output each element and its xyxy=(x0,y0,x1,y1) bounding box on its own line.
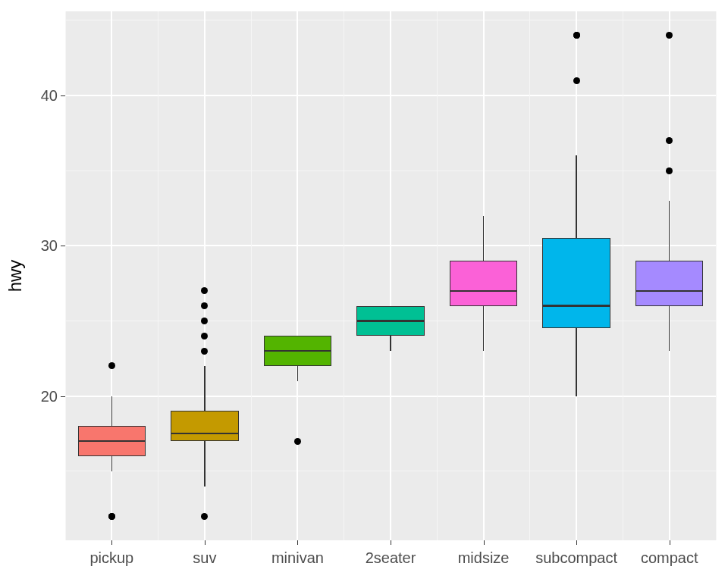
outlier-point xyxy=(201,287,208,294)
outlier-point xyxy=(666,32,673,39)
outlier-point xyxy=(666,137,673,144)
outlier-point xyxy=(201,513,208,520)
whisker-upper xyxy=(204,366,206,411)
outlier-point xyxy=(108,362,115,369)
whisker-upper xyxy=(111,396,113,427)
box-compact xyxy=(635,261,703,305)
x-tick-mark xyxy=(111,540,112,545)
y-tick-label: 40 xyxy=(39,87,58,105)
x-tick-mark xyxy=(484,540,485,545)
plot-layer: 203040pickupsuvminivan2seatermidsizesubc… xyxy=(0,0,728,582)
x-tick-label: minivan xyxy=(271,549,324,567)
gridline-x-minor xyxy=(158,11,158,540)
whisker-upper xyxy=(576,155,577,238)
outlier-point xyxy=(666,167,673,174)
box-subcompact xyxy=(542,238,610,328)
x-tick-mark xyxy=(297,540,298,545)
median-line xyxy=(542,305,610,307)
gridline-x-minor xyxy=(529,11,530,540)
median-line xyxy=(635,290,703,293)
outlier-point xyxy=(294,438,301,445)
whisker-lower xyxy=(390,336,391,351)
whisker-lower xyxy=(297,366,299,381)
x-tick-label: compact xyxy=(641,549,698,567)
x-tick-label: subcompact xyxy=(535,549,617,567)
gridline-x-minor xyxy=(716,11,717,540)
gridline-x-minor xyxy=(251,11,252,540)
median-line xyxy=(356,320,424,322)
x-tick-label: 2seater xyxy=(366,549,416,567)
x-tick-label: suv xyxy=(193,549,216,567)
gridline-x-minor xyxy=(623,11,623,540)
gridline-x-major xyxy=(297,11,298,540)
gridline-x-minor xyxy=(344,11,344,540)
outlier-point xyxy=(201,333,208,340)
whisker-lower xyxy=(669,306,670,351)
gridline-x-minor xyxy=(65,11,66,540)
boxplot-chart: hwy 203040pickupsuvminivan2seatermidsize… xyxy=(0,0,728,582)
outlier-point xyxy=(201,318,208,324)
x-tick-mark xyxy=(391,540,391,545)
x-tick-label: pickup xyxy=(89,549,133,567)
x-tick-mark xyxy=(576,540,577,545)
gridline-x-major xyxy=(390,11,391,540)
x-tick-mark xyxy=(205,540,206,545)
whisker-lower xyxy=(204,441,206,486)
x-tick-label: midsize xyxy=(458,549,510,567)
y-tick-label: 30 xyxy=(39,237,58,255)
whisker-upper xyxy=(483,216,485,261)
outlier-point xyxy=(201,348,208,355)
outlier-point xyxy=(201,302,208,309)
whisker-lower xyxy=(576,328,577,396)
box-suv xyxy=(171,411,238,441)
outlier-point xyxy=(108,513,115,520)
x-tick-mark xyxy=(670,540,670,545)
median-line xyxy=(264,350,331,352)
median-line xyxy=(450,290,517,293)
median-line xyxy=(78,440,146,443)
median-line xyxy=(171,433,238,435)
box-midsize xyxy=(450,261,517,305)
whisker-lower xyxy=(483,306,485,351)
y-tick-label: 20 xyxy=(39,387,58,405)
whisker-upper xyxy=(669,201,670,261)
gridline-x-minor xyxy=(437,11,438,540)
outlier-point xyxy=(573,77,580,84)
outlier-point xyxy=(573,32,580,39)
whisker-lower xyxy=(111,456,113,471)
